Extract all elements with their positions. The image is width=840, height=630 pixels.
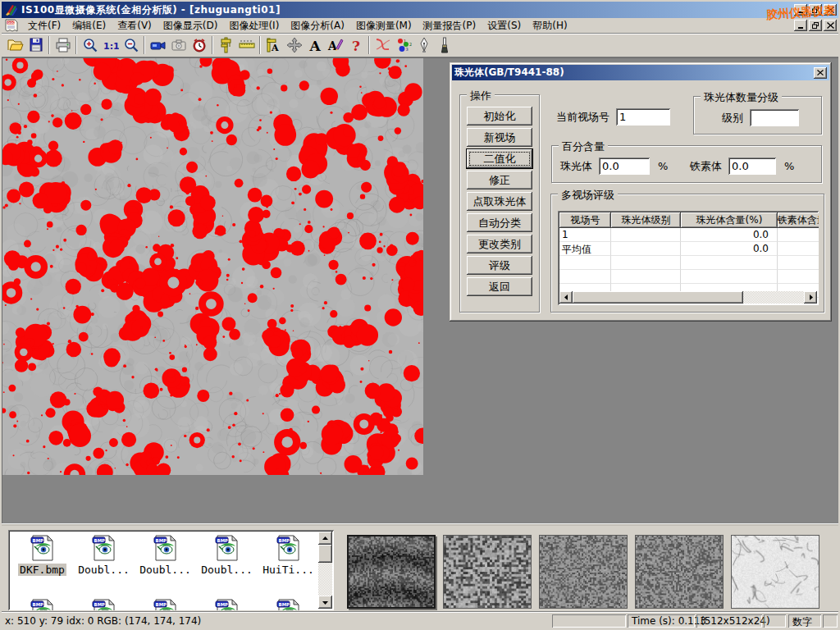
op-button-7[interactable]: 评级 — [467, 256, 532, 275]
timer-button[interactable] — [189, 35, 209, 55]
text-button[interactable]: A — [304, 35, 325, 55]
minimize-button[interactable] — [794, 4, 807, 16]
app-logo-icon — [5, 3, 18, 16]
file-item-row2-4[interactable]: BMP — [258, 599, 319, 610]
close-button[interactable] — [824, 4, 837, 16]
mdi-restore-button[interactable] — [809, 20, 822, 31]
menu-item-4[interactable]: 图像处理(I) — [223, 17, 285, 34]
file-icon-wrap: BMP — [91, 599, 117, 610]
file-item-3[interactable]: BMPDoubl... — [196, 535, 258, 576]
caliper-button[interactable] — [216, 35, 236, 55]
capture-icon — [171, 37, 187, 53]
file-item-row2-0[interactable]: BMP — [11, 599, 73, 610]
menu-item-3[interactable]: 图像显示(D) — [158, 17, 224, 34]
file-item-row2-1[interactable]: BMP — [73, 599, 135, 610]
preview-thumbnail-3[interactable] — [635, 535, 724, 609]
scroll-thumb[interactable] — [573, 291, 743, 304]
op-button-2[interactable]: 二值化 — [467, 149, 532, 168]
annotate-button[interactable]: A — [325, 35, 345, 55]
actual-size-button[interactable]: 1:1 — [100, 35, 121, 55]
curve-button[interactable] — [372, 35, 393, 55]
file-name[interactable]: Doubl... — [138, 564, 193, 576]
op-button-8[interactable]: 返回 — [467, 277, 532, 296]
menu-item-1[interactable]: 编辑(E) — [66, 17, 112, 34]
menu-item-7[interactable]: 测量报告(P) — [418, 17, 482, 34]
restore-button[interactable] — [809, 4, 822, 16]
svg-text:BMP: BMP — [32, 538, 43, 543]
cursor-readout: x: 510 y: 79 idx: 0 RGB: (174, 174, 174) — [5, 615, 201, 627]
file-scroll-thumb[interactable] — [318, 545, 332, 563]
micrograph-image[interactable] — [2, 58, 423, 475]
file-item-row2-3[interactable]: BMP — [196, 599, 258, 610]
table-header-2[interactable]: 珠光体含量(%) — [681, 212, 778, 228]
current-field-input[interactable] — [616, 108, 670, 126]
bmp-file-icon: BMP — [91, 535, 117, 561]
op-button-6[interactable]: 更改类别 — [467, 235, 532, 253]
preview-thumbnail-1[interactable] — [443, 535, 532, 609]
open-folder-button[interactable] — [5, 35, 25, 55]
svg-text:?: ? — [352, 38, 360, 54]
table-header-3[interactable]: 铁素体含量(%) — [778, 212, 819, 228]
menu-item-9[interactable]: 帮助(H) — [527, 17, 573, 34]
file-item-0[interactable]: BMPDKF.bmp — [11, 535, 73, 576]
classify-button[interactable]: 123 — [393, 35, 413, 55]
ferrite-percent-input[interactable] — [728, 158, 776, 175]
file-name[interactable]: HuiTi... — [261, 564, 316, 576]
op-button-0[interactable]: 初始化 — [467, 107, 532, 126]
menu-item-5[interactable]: 图像分析(A) — [285, 17, 350, 34]
file-icon-wrap: BMP — [153, 599, 179, 610]
preview-thumbnail-0[interactable] — [347, 535, 436, 609]
table-header-0[interactable]: 视场号 — [559, 212, 611, 228]
capture-button[interactable] — [168, 35, 189, 55]
table-row[interactable]: 平均值0.0 — [559, 242, 819, 256]
scroll-left-arrow[interactable] — [559, 291, 573, 304]
op-button-4[interactable]: 点取珠光体 — [467, 192, 532, 211]
pen-button[interactable] — [413, 35, 434, 55]
op-button-3[interactable]: 修正 — [467, 171, 532, 189]
op-button-5[interactable]: 自动分类 — [467, 213, 532, 232]
menu-item-6[interactable]: 图像测量(M) — [350, 17, 418, 34]
preview-thumbnail-2[interactable] — [539, 535, 628, 609]
scroll-track[interactable] — [573, 291, 804, 304]
video-camera-button[interactable] — [148, 35, 168, 55]
file-name[interactable]: DKF.bmp — [18, 564, 66, 576]
move-button[interactable] — [284, 35, 304, 55]
menu-item-8[interactable]: 设置(S) — [482, 17, 527, 34]
file-vscrollbar[interactable] — [318, 532, 332, 609]
dialog-close-button[interactable] — [814, 67, 827, 79]
mdi-close-button[interactable] — [824, 20, 837, 31]
rating-table[interactable]: 视场号珠光体级别珠光体含量(%)铁素体含量(%)10.0平均值0.0 — [558, 211, 819, 305]
print-button[interactable] — [52, 35, 73, 55]
preview-thumbnail-4[interactable] — [731, 535, 819, 609]
scroll-up-arrow[interactable] — [318, 532, 332, 545]
file-item-1[interactable]: BMPDoubl... — [73, 535, 135, 576]
pearlite-percent-input[interactable] — [599, 158, 650, 175]
video-camera-icon — [150, 37, 167, 53]
zoom-in-button[interactable] — [80, 35, 100, 55]
app-window: IS100显微摄像系统(金相分析版) - [zhuguangti01] DOC … — [0, 0, 840, 630]
help-button[interactable]: ? — [345, 35, 366, 55]
table-header-1[interactable]: 珠光体级别 — [611, 212, 681, 228]
table-row[interactable] — [559, 270, 819, 284]
file-name[interactable]: Doubl... — [76, 564, 131, 576]
brush-button[interactable] — [434, 35, 454, 55]
menu-item-0[interactable]: 文件(F) — [22, 17, 66, 34]
mdi-minimize-button[interactable] — [794, 20, 807, 31]
menu-item-2[interactable]: 查看(V) — [112, 17, 158, 34]
save-button[interactable] — [25, 35, 46, 55]
level-input[interactable] — [750, 109, 799, 126]
file-item-4[interactable]: BMPHuiTi... — [258, 535, 319, 576]
table-row[interactable]: 10.0 — [559, 228, 819, 242]
scroll-right-arrow[interactable] — [804, 291, 817, 304]
ruler-button[interactable] — [236, 35, 257, 55]
measure-text-button[interactable]: A — [263, 35, 284, 55]
file-name[interactable]: Doubl... — [199, 564, 254, 576]
file-item-2[interactable]: BMPDoubl... — [135, 535, 196, 576]
dialog-title-bar[interactable]: 珠光体(GB/T9441-88) — [452, 65, 829, 80]
zoom-out-button[interactable] — [121, 35, 141, 55]
table-row[interactable] — [559, 256, 819, 270]
table-hscrollbar[interactable] — [559, 291, 817, 304]
op-button-1[interactable]: 新视场 — [467, 128, 532, 147]
scroll-down-arrow[interactable] — [318, 596, 332, 609]
file-item-row2-2[interactable]: BMP — [135, 599, 196, 610]
